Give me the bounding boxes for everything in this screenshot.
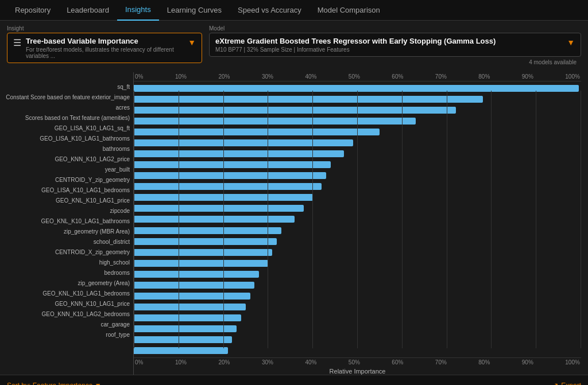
bar (134, 129, 380, 135)
bar-row (134, 291, 581, 301)
insight-title: Tree-based Variable Importance (26, 37, 183, 45)
bar-row (134, 237, 581, 246)
bar (134, 161, 331, 168)
bar-row (134, 149, 581, 158)
controls-row: Insight ☰ Tree-based Variable Importance… (0, 21, 588, 72)
bar-row (134, 335, 581, 344)
bar-row (134, 127, 581, 137)
y-label: Scores based on Text feature (amenities) (25, 112, 130, 123)
bar (134, 172, 326, 179)
nav-item-insights[interactable]: Insights (117, 0, 159, 21)
bars-area (134, 81, 581, 357)
x-tick: 40% (305, 73, 316, 80)
bar (134, 183, 322, 190)
bar-row (134, 95, 581, 104)
bar (134, 107, 456, 114)
bar (134, 139, 353, 146)
x-tick: 90% (522, 359, 533, 365)
bar (134, 227, 281, 234)
nav-item-speed-vs-accuracy[interactable]: Speed vs Accuracy (230, 0, 310, 21)
sort-by: Sort by: Feature Importance ▼ (7, 382, 102, 386)
bar-row (134, 106, 581, 115)
bar-row (134, 84, 581, 93)
bar (134, 118, 416, 125)
bar-row (134, 302, 581, 312)
y-label: bedrooms (105, 267, 130, 278)
export-button[interactable]: ↗ Export (552, 381, 581, 386)
y-label: CENTROID_X_zip_geometry (55, 247, 130, 257)
y-label: GEO_LISA_K10_LAG1_bathrooms (40, 133, 130, 143)
y-label: zip_geometry (MBR Area) (64, 226, 130, 236)
x-tick: 30% (262, 359, 273, 365)
bar-row (134, 116, 581, 126)
y-label: zipcode (110, 205, 130, 216)
y-label: Constant Score based on feature exterior… (6, 92, 130, 102)
x-tick: 0% (135, 73, 143, 80)
insight-dropdown[interactable]: ☰ Tree-based Variable Importance For tre… (7, 33, 202, 63)
x-tick: 70% (435, 359, 447, 365)
y-label: school_district (94, 236, 130, 247)
x-tick: 50% (349, 73, 360, 80)
x-tick: 20% (218, 359, 230, 365)
y-label: bathrooms (103, 143, 130, 154)
sort-label: Sort by: (7, 382, 30, 386)
bar (134, 150, 344, 157)
insight-chevron-icon: ▼ (188, 38, 196, 47)
x-tick: 20% (218, 73, 230, 80)
y-label: GEO_KNL_K10_LAG1_bedrooms (42, 288, 130, 298)
bar-row (134, 346, 581, 355)
y-axis: sq_ftConstant Score based on feature ext… (7, 72, 133, 375)
bar-row (134, 281, 581, 290)
bar-row (134, 313, 581, 322)
x-tick: 80% (478, 359, 490, 365)
bar-row (134, 248, 581, 257)
bar (134, 271, 259, 278)
model-chevron-icon: ▼ (567, 38, 575, 47)
model-title: eXtreme Gradient Boosted Trees Regressor… (215, 37, 496, 45)
y-label: GEO_LISA_K10_LAG1_bedrooms (41, 185, 130, 195)
y-label: sq_ft (117, 81, 130, 92)
x-axis-title: Relative Importance (134, 367, 581, 375)
x-tick: 10% (175, 73, 187, 80)
insight-subtitle: For tree/forest models, illustrates the … (26, 46, 183, 59)
nav-bar: RepositoryLeaderboardInsightsLearning Cu… (0, 0, 588, 21)
bar-row (134, 204, 581, 213)
y-label: car_garage (100, 319, 130, 329)
bar (134, 336, 232, 343)
y-label: high_school (99, 257, 130, 267)
bar (134, 194, 313, 201)
bar-row (134, 193, 581, 202)
bar-row (134, 160, 581, 169)
bar (134, 96, 483, 103)
x-axis-bottom: 0%10%20%30%40%50%60%70%80%90%100% (134, 357, 581, 367)
bar (134, 260, 268, 267)
bar-row (134, 270, 581, 279)
model-section-label: Model (209, 25, 581, 32)
nav-item-learning-curves[interactable]: Learning Curves (159, 0, 230, 21)
y-label: roof_type (106, 329, 130, 340)
model-subtitle: M10 BP77 | 32% Sample Size | Informative… (215, 46, 496, 53)
y-label: GEO_KNN_K10_LAG2_price (55, 154, 130, 164)
nav-item-repository[interactable]: Repository (7, 0, 59, 21)
bar-row (134, 215, 581, 224)
chart-container: sq_ftConstant Score based on feature ext… (0, 72, 588, 375)
model-dropdown[interactable]: eXtreme Gradient Boosted Trees Regressor… (209, 33, 581, 57)
x-tick: 0% (135, 359, 143, 365)
bar-row (134, 182, 581, 191)
x-tick: 10% (175, 359, 187, 365)
bar (134, 347, 228, 354)
bar (134, 293, 250, 300)
bar-row (134, 324, 581, 333)
y-label: GEO_KNL_K10_LAG1_bathrooms (41, 216, 130, 226)
bar (134, 216, 295, 223)
x-tick: 100% (565, 73, 580, 80)
sort-value[interactable]: Feature Importance ▼ (33, 382, 102, 386)
bar (134, 282, 254, 289)
insight-section-label: Insight (7, 25, 202, 32)
nav-item-model-comparison[interactable]: Model Comparison (310, 0, 388, 21)
bar-row (134, 259, 581, 268)
bar (134, 238, 277, 245)
x-axis-top: 0%10%20%30%40%50%60%70%80%90%100% (134, 72, 581, 81)
bar-row (134, 138, 581, 147)
nav-item-leaderboard[interactable]: Leaderboard (59, 0, 117, 21)
